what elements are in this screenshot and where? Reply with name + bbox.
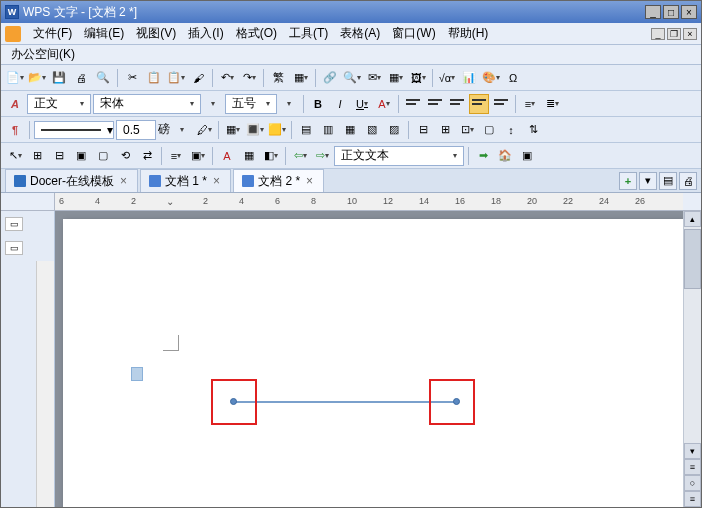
align-distribute-button[interactable] — [491, 94, 511, 114]
format-a-button[interactable]: A — [217, 146, 237, 166]
drawn-line-shape[interactable] — [233, 401, 459, 403]
doc-restore-button[interactable]: ❐ — [667, 28, 681, 40]
bullets-button[interactable]: ≣▾ — [542, 94, 562, 114]
tab-docer-template[interactable]: Docer-在线模板 × — [5, 169, 138, 192]
formula-button[interactable]: √α▾ — [437, 68, 457, 88]
sort-button[interactable]: ⇅ — [523, 120, 543, 140]
size-combo[interactable]: 五号 ▾ — [225, 94, 277, 114]
next-page-button[interactable]: ≡ — [684, 491, 701, 507]
table-draw-button[interactable]: ▤ — [296, 120, 316, 140]
doc-close-button[interactable]: × — [683, 28, 697, 40]
bring-front-button[interactable]: ▣ — [71, 146, 91, 166]
find-button[interactable]: 🔍▾ — [342, 68, 362, 88]
size-dropdown-extra[interactable]: ▾ — [279, 94, 299, 114]
highlight-button[interactable]: 🟨▾ — [267, 120, 287, 140]
doc-minimize-button[interactable]: _ — [651, 28, 665, 40]
scroll-down-button[interactable]: ▾ — [684, 443, 701, 459]
italic-button[interactable]: I — [330, 94, 350, 114]
picture-button[interactable]: 🖼▾ — [408, 68, 428, 88]
wrap-button[interactable]: ▣▾ — [188, 146, 208, 166]
chart-button[interactable]: 📊 — [459, 68, 479, 88]
new-button[interactable]: 📄▾ — [5, 68, 25, 88]
font-dialog-button[interactable]: A — [5, 94, 25, 114]
symbol-button[interactable]: Ω — [503, 68, 523, 88]
cell-align-button[interactable]: ▢ — [479, 120, 499, 140]
line-weight-combo[interactable]: 0.5 — [116, 120, 156, 140]
align-button[interactable]: ≡▾ — [166, 146, 186, 166]
vertical-ruler[interactable] — [36, 261, 54, 507]
print-preview-button[interactable]: 🔍 — [93, 68, 113, 88]
add-tab-button[interactable]: + — [619, 172, 637, 190]
scroll-up-button[interactable]: ▴ — [684, 211, 701, 227]
table-tool-5[interactable]: ▨ — [384, 120, 404, 140]
horizontal-ruler[interactable]: 6 4 2 ⌄ 2 4 6 8 10 12 14 16 18 20 22 24 … — [55, 193, 683, 210]
font-combo[interactable]: 宋体 ▾ — [93, 94, 201, 114]
menu-help[interactable]: 帮助(H) — [442, 23, 495, 44]
prev-nav-button[interactable]: ⇦▾ — [290, 146, 310, 166]
align-center-button[interactable] — [425, 94, 445, 114]
scroll-thumb[interactable] — [684, 229, 701, 289]
tab-close-button[interactable]: × — [118, 174, 129, 188]
menu-table[interactable]: 表格(A) — [334, 23, 386, 44]
format-icon-3[interactable]: ◧▾ — [261, 146, 281, 166]
underline-button[interactable]: U▾ — [352, 94, 372, 114]
menu-workspace[interactable]: 办公空间(K) — [9, 44, 77, 65]
cut-button[interactable]: ✂ — [122, 68, 142, 88]
copy-button[interactable]: 📋 — [144, 68, 164, 88]
font-color-button[interactable]: A▾ — [374, 94, 394, 114]
autofit-button[interactable]: ⊡▾ — [457, 120, 477, 140]
tab-doc2[interactable]: 文档 2 * × — [233, 169, 324, 192]
save-button[interactable]: 💾 — [49, 68, 69, 88]
columns-button[interactable]: ▦▾ — [291, 68, 311, 88]
tab-close-button[interactable]: × — [211, 174, 222, 188]
dropdown-icon[interactable]: ▾ — [107, 123, 113, 137]
prev-page-button[interactable]: ≡ — [684, 459, 701, 475]
redo-button[interactable]: ↷▾ — [239, 68, 259, 88]
ungroup-button[interactable]: ⊟ — [49, 146, 69, 166]
distribute-cols-button[interactable]: ⊞ — [435, 120, 455, 140]
canvas[interactable] — [55, 211, 683, 507]
format-icon-2[interactable]: ▦ — [239, 146, 259, 166]
style-name-combo[interactable]: 正文文本 ▾ — [334, 146, 464, 166]
line-color-button[interactable]: 🖊▾ — [194, 120, 214, 140]
line-style-combo[interactable]: ▾ — [34, 121, 114, 139]
style-combo[interactable]: 正文 ▾ — [27, 94, 91, 114]
paste-button[interactable]: 📋▾ — [166, 68, 186, 88]
tab-close-button[interactable]: × — [304, 174, 315, 188]
menu-view[interactable]: 视图(V) — [130, 23, 182, 44]
table-tool-3[interactable]: ▦ — [340, 120, 360, 140]
align-justify-button[interactable] — [469, 94, 489, 114]
border-button[interactable]: ▦▾ — [223, 120, 243, 140]
select-button[interactable]: ↖▾ — [5, 146, 25, 166]
dropdown-icon[interactable]: ▾ — [186, 96, 198, 112]
undo-button[interactable]: ↶▾ — [217, 68, 237, 88]
hyperlink-button[interactable]: 🔗 — [320, 68, 340, 88]
shading-button[interactable]: 🔳▾ — [245, 120, 265, 140]
close-button[interactable]: × — [681, 5, 697, 19]
tab-doc1[interactable]: 文档 1 * × — [140, 169, 231, 192]
bold-button[interactable]: B — [308, 94, 328, 114]
dropdown-icon[interactable]: ▾ — [262, 96, 274, 112]
group-button[interactable]: ⊞ — [27, 146, 47, 166]
minimize-button[interactable]: _ — [645, 5, 661, 19]
line-spacing-button[interactable]: ≡▾ — [520, 94, 540, 114]
wps-icon[interactable] — [5, 26, 21, 42]
distribute-rows-button[interactable]: ⊟ — [413, 120, 433, 140]
menu-file[interactable]: 文件(F) — [27, 23, 78, 44]
wordart-button[interactable]: 🎨▾ — [481, 68, 501, 88]
home-button[interactable]: 🏠 — [495, 146, 515, 166]
dropdown-icon[interactable]: ▾ — [449, 148, 461, 164]
table-tool-4[interactable]: ▧ — [362, 120, 382, 140]
next-nav-button[interactable]: ⇨▾ — [312, 146, 332, 166]
maximize-button[interactable]: □ — [663, 5, 679, 19]
tab-tool-button[interactable]: 🖨 — [679, 172, 697, 190]
flip-button[interactable]: ⇄ — [137, 146, 157, 166]
go-next-button[interactable]: ➡ — [473, 146, 493, 166]
tab-menu-button[interactable]: ▾ — [639, 172, 657, 190]
align-right-button[interactable] — [447, 94, 467, 114]
send-back-button[interactable]: ▢ — [93, 146, 113, 166]
nav-4-button[interactable]: ▣ — [517, 146, 537, 166]
menu-tools[interactable]: 工具(T) — [283, 23, 334, 44]
menu-edit[interactable]: 编辑(E) — [78, 23, 130, 44]
dropdown-icon[interactable]: ▾ — [76, 96, 88, 112]
